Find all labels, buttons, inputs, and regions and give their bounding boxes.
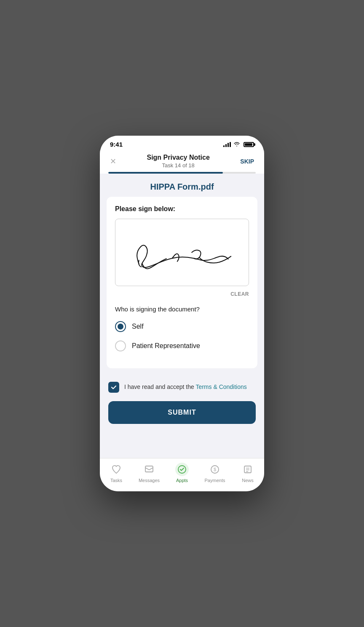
status-time: 9:41 — [110, 141, 123, 148]
svg-rect-0 — [145, 466, 153, 472]
radio-self-circle[interactable] — [115, 321, 126, 332]
nav-item-tasks[interactable]: Tasks — [104, 463, 129, 483]
radio-patient-rep-label: Patient Representative — [132, 342, 200, 350]
close-button[interactable]: ✕ — [108, 155, 118, 168]
terms-link[interactable]: Terms & Conditions — [195, 383, 246, 390]
nav-item-news[interactable]: News — [235, 463, 260, 483]
nav-item-appts[interactable]: Appts — [169, 463, 195, 483]
svg-text:$: $ — [214, 467, 216, 472]
radio-patient-rep[interactable]: Patient Representative — [115, 340, 249, 351]
nav-item-messages[interactable]: Messages — [136, 463, 162, 483]
signature-drawing — [115, 219, 249, 286]
heart-icon — [111, 464, 121, 474]
signature-box[interactable] — [115, 219, 249, 286]
radio-patient-rep-circle[interactable] — [115, 340, 126, 351]
status-bar: 9:41 — [100, 136, 264, 150]
nav-item-payments[interactable]: $ Payments — [202, 463, 228, 483]
nav-label-tasks: Tasks — [110, 478, 122, 483]
clear-button[interactable]: CLEAR — [115, 289, 249, 299]
appts-icon-wrap — [175, 463, 189, 476]
terms-row: I have read and accept the Terms & Condi… — [100, 375, 264, 399]
nav-label-appts: Appts — [176, 478, 188, 483]
sign-label: Please sign below: — [115, 205, 249, 213]
signature-card: Please sign below: CLEAR Who is signing … — [107, 197, 257, 368]
wifi-icon — [233, 141, 240, 148]
skip-button[interactable]: SKIP — [238, 156, 256, 166]
header-subtitle: Task 14 of 18 — [118, 162, 238, 169]
terms-checkbox[interactable] — [108, 382, 119, 393]
radio-self[interactable]: Self — [115, 321, 249, 332]
nav-label-payments: Payments — [205, 478, 225, 483]
battery-icon — [244, 142, 254, 147]
progress-bar-container — [100, 169, 264, 174]
appts-icon — [177, 464, 187, 474]
terms-text: I have read and accept the Terms & Condi… — [124, 383, 247, 391]
bottom-nav: Tasks Messages Appts — [100, 458, 264, 491]
phone-shell: 9:41 ✕ Sign Privacy Notice — [100, 136, 264, 491]
checkmark-icon — [110, 384, 117, 391]
messages-icon-wrap — [142, 463, 156, 476]
news-icon — [243, 464, 253, 474]
nav-label-messages: Messages — [139, 478, 160, 483]
header-title: Sign Privacy Notice — [118, 154, 238, 161]
submit-button[interactable]: SUBMIT — [108, 401, 256, 424]
payments-icon: $ — [210, 464, 220, 474]
radio-self-label: Self — [132, 323, 144, 330]
nav-label-news: News — [242, 478, 254, 483]
tasks-icon-wrap — [110, 463, 123, 476]
news-icon-wrap — [241, 463, 254, 476]
pdf-title: HIPPA Form.pdf — [108, 182, 256, 192]
nav-header: ✕ Sign Privacy Notice Task 14 of 18 SKIP — [100, 150, 264, 169]
signer-question: Who is signing the document? — [115, 305, 249, 313]
payments-icon-wrap: $ — [208, 463, 222, 476]
submit-area: SUBMIT — [100, 399, 264, 431]
signal-icon — [223, 142, 231, 147]
status-icons — [223, 141, 254, 148]
message-icon — [144, 464, 154, 474]
pdf-title-area: HIPPA Form.pdf — [100, 174, 264, 197]
main-content[interactable]: HIPPA Form.pdf Please sign below: CLEAR … — [100, 174, 264, 458]
header-center: Sign Privacy Notice Task 14 of 18 — [118, 154, 238, 169]
